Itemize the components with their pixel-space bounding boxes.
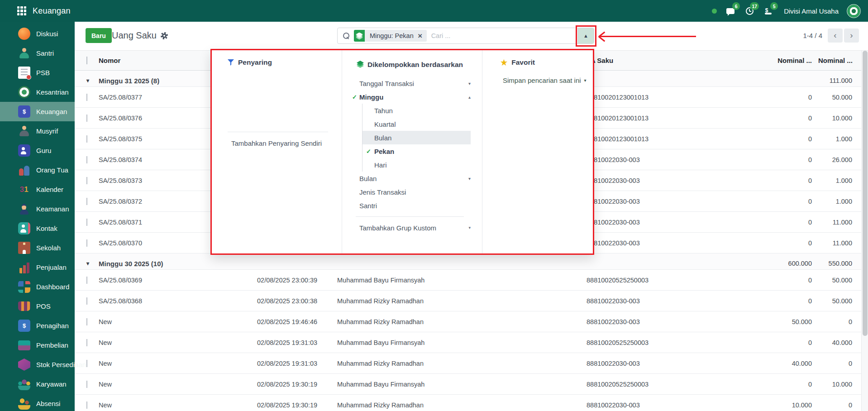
sidebar-item[interactable]: Orang Tua (0, 160, 75, 180)
navbar-menu-item[interactable] (111, 8, 121, 14)
cell-nominal-out: 50.000 (815, 277, 855, 284)
row-checkbox[interactable] (86, 198, 87, 205)
col-header-nominal-in[interactable]: Nominal ... (749, 57, 815, 64)
select-all-checkbox[interactable] (86, 57, 87, 64)
groupby-option[interactable]: ✓ Minggu ▴ (356, 90, 471, 104)
cell-nominal-in: 0 (749, 239, 815, 247)
row-checkbox[interactable] (86, 339, 87, 346)
search-options-toggle[interactable]: ▲ (577, 28, 594, 43)
sidebar-item[interactable]: Sekolah (0, 238, 75, 258)
navbar-menu-item[interactable] (138, 8, 148, 14)
row-checkbox[interactable] (86, 381, 87, 388)
sidebar-item[interactable]: Diskusi (0, 24, 75, 43)
row-checkbox[interactable] (86, 177, 87, 184)
table-row[interactable]: New 02/08/2025 19:31:03 Muhammad Bayu Fi… (75, 332, 861, 353)
groupby-option[interactable]: ✓ Santri (356, 199, 471, 212)
scrollbar-thumb[interactable] (863, 51, 868, 336)
cell-va: 88810022030-003 (579, 401, 749, 409)
table-row[interactable]: New 02/08/2025 19:46:46 Muhammad Rizky R… (75, 311, 861, 332)
filter-option[interactable] (228, 87, 335, 100)
row-checkbox[interactable] (86, 239, 87, 247)
sidebar-item[interactable]: Pembelian (0, 335, 75, 355)
table-row[interactable]: SA/25.08/0369 02/08/2025 23:00:39 Muhamm… (75, 270, 861, 291)
groupby-option[interactable]: ✓ Hari (362, 158, 471, 172)
cell-santri: Muhammad Bayu Firmansyah (333, 339, 579, 346)
sidebar-item[interactable]: Dashboard (0, 277, 75, 296)
table-row[interactable]: SA/25.08/0368 02/08/2025 23:00:38 Muhamm… (75, 291, 861, 311)
row-checkbox[interactable] (86, 135, 87, 143)
navbar-menu-item[interactable] (98, 8, 108, 14)
sidebar-item[interactable]: Stok Persediaan (0, 355, 75, 374)
pager-next-button[interactable]: › (844, 29, 859, 43)
groupby-option[interactable]: ✓ Jenis Transaksi (356, 185, 471, 199)
table-row[interactable]: New 02/08/2025 19:30:19 Muhammad Bayu Fi… (75, 374, 861, 395)
search-facet[interactable]: Minggu: Pekan ✕ (354, 30, 427, 42)
facet-remove-icon[interactable]: ✕ (418, 33, 427, 39)
sidebar-item[interactable]: Penjualan (0, 258, 75, 277)
sidebar-item[interactable]: POS (0, 296, 75, 316)
search-options-panel: Penyaring Tambahkan Penyaring Sendiri Di… (210, 49, 594, 255)
check-icon: ✓ (366, 148, 371, 155)
search-input[interactable] (427, 32, 577, 39)
cell-va: 88810022030-003 (579, 219, 749, 226)
gear-icon[interactable] (161, 32, 168, 39)
groupby-option[interactable]: ✓ Pekan (362, 144, 471, 158)
add-custom-filter[interactable]: Tambahkan Penyaring Sendiri (228, 136, 335, 150)
sidebar-item[interactable]: $ Penagihan (0, 316, 75, 335)
table-row[interactable]: New 02/08/2025 19:30:19 Muhammad Rizky R… (75, 395, 861, 411)
col-header-nominal-out[interactable]: Nominal ... (815, 57, 855, 64)
col-header-va[interactable]: VA Saku (579, 57, 749, 64)
groupby-option[interactable]: ✓ Tanggal Transaksi ▾ (356, 76, 471, 90)
table-row[interactable]: New 02/08/2025 19:31:03 Muhammad Rizky R… (75, 353, 861, 374)
user-menu[interactable]: Divisi Amal Usaha (784, 7, 839, 15)
new-record-button[interactable]: Baru (86, 28, 112, 43)
cell-nominal-out: 1.000 (815, 135, 855, 143)
groupby-option[interactable]: ✓ Tahun (362, 104, 471, 117)
avatar[interactable] (847, 4, 861, 18)
row-checkbox[interactable] (86, 297, 87, 305)
sidebar-item[interactable]: PSB (0, 63, 75, 82)
sidebar-item[interactable]: Santri (0, 43, 75, 63)
row-checkbox[interactable] (86, 219, 87, 226)
row-checkbox[interactable] (86, 115, 87, 122)
filter-option[interactable] (228, 114, 335, 128)
app-brand[interactable]: Keuangan (33, 6, 71, 16)
row-checkbox[interactable] (86, 360, 87, 367)
save-current-search[interactable]: Simpan pencarian saat ini ▾ (501, 73, 593, 87)
filter-option[interactable] (228, 73, 335, 87)
add-custom-group[interactable]: Tambahkan Grup Kustom ▾ (356, 221, 471, 234)
sidebar-item[interactable]: Kesantrian (0, 82, 75, 102)
vertical-scrollbar[interactable] (861, 51, 868, 411)
row-checkbox[interactable] (86, 318, 87, 325)
navbar-menu-item[interactable] (84, 8, 94, 14)
sidebar-item[interactable]: Karyawan (0, 374, 75, 394)
sidebar-item[interactable]: 31 Kalender (0, 180, 75, 199)
sidebar-item[interactable]: $ Keuangan (0, 102, 75, 121)
sidebar-item[interactable]: Keamanan (0, 199, 75, 219)
activities-button[interactable]: 17 (744, 5, 755, 16)
money-requests-button[interactable]: 5 (763, 5, 774, 16)
pager-prev-button[interactable]: ‹ (828, 29, 843, 43)
sidebar-item-label: PSB (36, 69, 50, 76)
sidebar-item[interactable]: Guru (0, 141, 75, 160)
row-checkbox[interactable] (86, 156, 87, 163)
cell-santri: Muhammad Rizky Ramadhan (333, 401, 579, 409)
cell-nomor: SA/25.08/0368 (95, 297, 253, 305)
filter-option[interactable] (228, 100, 335, 114)
sidebar-item[interactable]: Absensi (0, 394, 75, 411)
groupby-option[interactable]: ✓ Bulan (362, 131, 471, 144)
groupby-option[interactable]: ✓ Kuartal (362, 117, 471, 131)
groupby-option[interactable]: ✓ Bulan ▾ (356, 172, 471, 185)
sidebar-item-label: Kesantrian (36, 88, 69, 96)
table-row[interactable]: Minggu 30 2025 (10) 600.000 550.000 (75, 253, 861, 270)
apps-grid-icon[interactable] (17, 6, 26, 15)
sidebar-item[interactable]: Musyrif (0, 121, 75, 141)
row-checkbox[interactable] (86, 401, 87, 409)
sidebar-item[interactable]: Kontak (0, 219, 75, 238)
row-checkbox[interactable] (86, 94, 87, 101)
row-checkbox[interactable] (86, 277, 87, 284)
navbar-menu-item[interactable] (125, 8, 135, 14)
messages-button[interactable]: 6 (725, 5, 736, 16)
sidebar-item-icon: $ (18, 105, 30, 118)
cell-santri: Muhammad Bayu Firmansyah (333, 381, 579, 388)
